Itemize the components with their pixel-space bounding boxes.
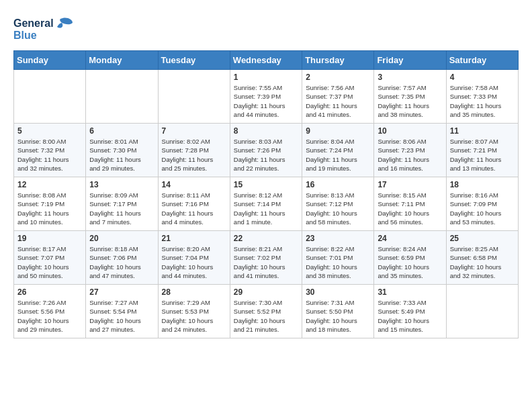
cell-2-2: 14Sunrise: 8:11 AM Sunset: 7:16 PM Dayli… — [158, 177, 230, 231]
logo: GeneralBlue — [13, 13, 74, 44]
day-info: Sunrise: 8:13 AM Sunset: 7:12 PM Dayligh… — [306, 191, 370, 226]
cell-2-3: 15Sunrise: 8:12 AM Sunset: 7:14 PM Dayli… — [230, 177, 302, 231]
cell-3-1: 20Sunrise: 8:18 AM Sunset: 7:06 PM Dayli… — [86, 231, 158, 285]
day-info: Sunrise: 7:33 AM Sunset: 5:49 PM Dayligh… — [378, 298, 442, 334]
day-info: Sunrise: 7:56 AM Sunset: 7:37 PM Dayligh… — [306, 83, 370, 119]
day-info: Sunrise: 8:08 AM Sunset: 7:19 PM Dayligh… — [17, 191, 82, 226]
day-number: 2 — [306, 73, 370, 82]
day-info: Sunrise: 7:30 AM Sunset: 5:52 PM Dayligh… — [234, 298, 298, 334]
day-number: 7 — [162, 126, 226, 136]
cell-3-3: 22Sunrise: 8:21 AM Sunset: 7:02 PM Dayli… — [230, 231, 302, 285]
day-number: 31 — [378, 287, 442, 297]
day-number: 24 — [378, 234, 442, 243]
week-row-2: 5Sunrise: 8:00 AM Sunset: 7:32 PM Daylig… — [14, 124, 519, 177]
cell-3-6: 25Sunrise: 8:25 AM Sunset: 6:58 PM Dayli… — [446, 231, 518, 285]
cell-4-6 — [446, 285, 518, 338]
cell-2-1: 13Sunrise: 8:09 AM Sunset: 7:17 PM Dayli… — [86, 177, 158, 231]
day-number: 10 — [378, 126, 442, 136]
cell-0-4: 2Sunrise: 7:56 AM Sunset: 7:37 PM Daylig… — [302, 70, 374, 124]
day-number: 26 — [17, 287, 82, 297]
cell-0-3: 1Sunrise: 7:55 AM Sunset: 7:39 PM Daylig… — [230, 70, 302, 124]
day-number: 13 — [89, 180, 154, 189]
day-number: 12 — [17, 180, 82, 189]
cell-4-1: 27Sunrise: 7:27 AM Sunset: 5:54 PM Dayli… — [86, 285, 158, 338]
cell-4-3: 29Sunrise: 7:30 AM Sunset: 5:52 PM Dayli… — [230, 285, 302, 338]
day-info: Sunrise: 8:16 AM Sunset: 7:09 PM Dayligh… — [450, 191, 515, 226]
day-info: Sunrise: 7:26 AM Sunset: 5:56 PM Dayligh… — [17, 298, 82, 334]
page-header: GeneralBlue — [13, 13, 519, 44]
cell-2-4: 16Sunrise: 8:13 AM Sunset: 7:12 PM Dayli… — [302, 177, 374, 231]
cell-2-0: 12Sunrise: 8:08 AM Sunset: 7:19 PM Dayli… — [14, 177, 86, 231]
day-info: Sunrise: 8:04 AM Sunset: 7:24 PM Dayligh… — [306, 137, 370, 173]
cell-4-2: 28Sunrise: 7:29 AM Sunset: 5:53 PM Dayli… — [158, 285, 230, 338]
cell-0-6: 4Sunrise: 7:58 AM Sunset: 7:33 PM Daylig… — [446, 70, 518, 124]
cell-0-5: 3Sunrise: 7:57 AM Sunset: 7:35 PM Daylig… — [374, 70, 446, 124]
cell-4-5: 31Sunrise: 7:33 AM Sunset: 5:49 PM Dayli… — [374, 285, 446, 338]
day-info: Sunrise: 8:06 AM Sunset: 7:23 PM Dayligh… — [378, 137, 442, 173]
day-number: 6 — [89, 126, 154, 136]
day-info: Sunrise: 8:12 AM Sunset: 7:14 PM Dayligh… — [234, 191, 298, 226]
day-info: Sunrise: 8:03 AM Sunset: 7:26 PM Dayligh… — [234, 137, 298, 173]
day-number: 14 — [162, 180, 226, 189]
day-info: Sunrise: 8:11 AM Sunset: 7:16 PM Dayligh… — [162, 191, 226, 226]
day-info: Sunrise: 7:27 AM Sunset: 5:54 PM Dayligh… — [89, 298, 154, 334]
day-info: Sunrise: 8:21 AM Sunset: 7:02 PM Dayligh… — [234, 244, 298, 280]
day-number: 25 — [450, 234, 515, 243]
day-info: Sunrise: 8:25 AM Sunset: 6:58 PM Dayligh… — [450, 244, 515, 280]
day-info: Sunrise: 8:02 AM Sunset: 7:28 PM Dayligh… — [162, 137, 226, 173]
cell-2-6: 18Sunrise: 8:16 AM Sunset: 7:09 PM Dayli… — [446, 177, 518, 231]
header-friday: Friday — [374, 51, 446, 70]
day-number: 23 — [306, 234, 370, 243]
day-number: 27 — [89, 287, 154, 297]
day-number: 18 — [450, 180, 515, 189]
day-info: Sunrise: 8:22 AM Sunset: 7:01 PM Dayligh… — [306, 244, 370, 280]
day-info: Sunrise: 7:31 AM Sunset: 5:50 PM Dayligh… — [306, 298, 370, 334]
day-number: 16 — [306, 180, 370, 189]
header-sunday: Sunday — [14, 51, 86, 70]
day-info: Sunrise: 7:58 AM Sunset: 7:33 PM Dayligh… — [450, 83, 515, 119]
day-number: 3 — [378, 73, 442, 82]
cell-1-0: 5Sunrise: 8:00 AM Sunset: 7:32 PM Daylig… — [14, 124, 86, 177]
header-thursday: Thursday — [302, 51, 374, 70]
cell-1-4: 9Sunrise: 8:04 AM Sunset: 7:24 PM Daylig… — [302, 124, 374, 177]
cell-0-2 — [158, 70, 230, 124]
week-row-3: 12Sunrise: 8:08 AM Sunset: 7:19 PM Dayli… — [14, 177, 519, 231]
day-info: Sunrise: 8:07 AM Sunset: 7:21 PM Dayligh… — [450, 137, 515, 173]
svg-text:General: General — [13, 17, 54, 29]
day-number: 5 — [17, 126, 82, 136]
week-row-5: 26Sunrise: 7:26 AM Sunset: 5:56 PM Dayli… — [14, 285, 519, 338]
day-number: 29 — [234, 287, 298, 297]
day-number: 21 — [162, 234, 226, 243]
header-monday: Monday — [86, 51, 158, 70]
day-number: 8 — [234, 126, 298, 136]
day-number: 15 — [234, 180, 298, 189]
cell-1-5: 10Sunrise: 8:06 AM Sunset: 7:23 PM Dayli… — [374, 124, 446, 177]
cell-0-0 — [14, 70, 86, 124]
cell-4-4: 30Sunrise: 7:31 AM Sunset: 5:50 PM Dayli… — [302, 285, 374, 338]
day-info: Sunrise: 8:20 AM Sunset: 7:04 PM Dayligh… — [162, 244, 226, 280]
day-number: 17 — [378, 180, 442, 189]
cell-3-2: 21Sunrise: 8:20 AM Sunset: 7:04 PM Dayli… — [158, 231, 230, 285]
day-number: 19 — [17, 234, 82, 243]
day-info: Sunrise: 8:18 AM Sunset: 7:06 PM Dayligh… — [89, 244, 154, 280]
day-info: Sunrise: 8:17 AM Sunset: 7:07 PM Dayligh… — [17, 244, 82, 280]
cell-1-6: 11Sunrise: 8:07 AM Sunset: 7:21 PM Dayli… — [446, 124, 518, 177]
cell-1-1: 6Sunrise: 8:01 AM Sunset: 7:30 PM Daylig… — [86, 124, 158, 177]
day-number: 22 — [234, 234, 298, 243]
svg-text:Blue: Blue — [13, 30, 37, 41]
calendar-table: SundayMondayTuesdayWednesdayThursdayFrid… — [13, 50, 519, 338]
cell-1-2: 7Sunrise: 8:02 AM Sunset: 7:28 PM Daylig… — [158, 124, 230, 177]
cell-0-1 — [86, 70, 158, 124]
cell-3-4: 23Sunrise: 8:22 AM Sunset: 7:01 PM Dayli… — [302, 231, 374, 285]
header-wednesday: Wednesday — [230, 51, 302, 70]
day-info: Sunrise: 7:29 AM Sunset: 5:53 PM Dayligh… — [162, 298, 226, 334]
day-info: Sunrise: 8:09 AM Sunset: 7:17 PM Dayligh… — [89, 191, 154, 226]
day-info: Sunrise: 8:24 AM Sunset: 6:59 PM Dayligh… — [378, 244, 442, 280]
weekday-header-row: SundayMondayTuesdayWednesdayThursdayFrid… — [14, 51, 519, 70]
day-info: Sunrise: 7:55 AM Sunset: 7:39 PM Dayligh… — [234, 83, 298, 119]
header-tuesday: Tuesday — [158, 51, 230, 70]
day-info: Sunrise: 8:00 AM Sunset: 7:32 PM Dayligh… — [17, 137, 82, 173]
header-saturday: Saturday — [446, 51, 518, 70]
day-number: 1 — [234, 73, 298, 82]
day-number: 4 — [450, 73, 515, 82]
